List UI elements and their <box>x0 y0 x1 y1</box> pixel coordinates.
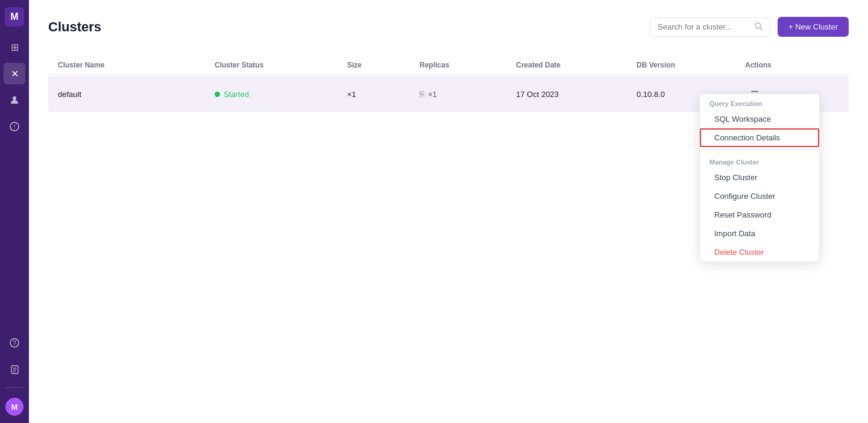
col-replicas: Replicas <box>420 61 516 69</box>
actions-dropdown: Query Execution SQL Workspace Connection… <box>699 93 820 262</box>
col-db-version: DB Version <box>637 61 745 69</box>
svg-point-0 <box>13 96 16 100</box>
col-actions: Actions <box>745 61 817 69</box>
sidebar: M ⊞ ✕ ! ? M <box>0 0 29 423</box>
col-cluster-status: Cluster Status <box>215 61 347 69</box>
search-box <box>650 17 770 37</box>
table-header: Cluster Name Cluster Status Size Replica… <box>48 56 849 75</box>
stop-cluster-item[interactable]: Stop Cluster <box>700 168 819 187</box>
delete-cluster-item[interactable]: Delete Cluster <box>700 243 819 262</box>
import-data-item[interactable]: Import Data <box>700 224 819 243</box>
connection-details-item[interactable]: Connection Details <box>700 128 819 147</box>
sidebar-divider <box>5 387 24 388</box>
app-logo: M <box>5 7 24 27</box>
col-cluster-name: Cluster Name <box>58 61 215 69</box>
clusters-icon[interactable]: ✕ <box>4 63 25 84</box>
size-cell: ×1 <box>347 90 420 99</box>
person-icon[interactable] <box>4 89 25 111</box>
created-date-cell: 17 Oct 2023 <box>516 90 637 99</box>
search-icon <box>755 22 763 32</box>
status-label: Started <box>224 90 249 99</box>
col-size: Size <box>347 61 420 69</box>
status-dot <box>215 92 220 97</box>
section-manage-cluster-label: Manage Cluster <box>700 152 819 168</box>
dropdown-divider <box>700 149 819 150</box>
svg-text:!: ! <box>14 124 16 130</box>
avatar[interactable]: M <box>5 398 24 416</box>
page-header: Clusters + New Cluster <box>48 17 849 37</box>
docs-icon[interactable] <box>4 359 25 380</box>
reset-password-item[interactable]: Reset Password <box>700 205 819 224</box>
new-cluster-button[interactable]: + New Cluster <box>778 17 849 37</box>
cluster-name-cell: default <box>58 90 215 99</box>
grid-icon[interactable]: ⊞ <box>4 36 25 58</box>
main-content: Clusters + New Cluster Cluster Name Clus… <box>29 0 868 423</box>
col-created-date: Created Date <box>516 61 637 69</box>
configure-cluster-item[interactable]: Configure Cluster <box>700 187 819 205</box>
svg-rect-11 <box>751 91 758 92</box>
search-input[interactable] <box>658 22 750 31</box>
replica-icon: ⎘ <box>420 89 424 99</box>
cluster-status-cell: Started <box>215 90 347 99</box>
header-right: + New Cluster <box>650 17 849 37</box>
replicas-value: ×1 <box>428 90 437 99</box>
svg-line-10 <box>760 28 762 30</box>
sql-workspace-item[interactable]: SQL Workspace <box>700 110 819 128</box>
section-query-execution-label: Query Execution <box>700 94 819 110</box>
replicas-cell: ⎘ ×1 <box>420 89 516 99</box>
svg-text:?: ? <box>13 340 16 346</box>
help-icon[interactable]: ? <box>4 332 25 354</box>
alert-icon[interactable]: ! <box>4 116 25 137</box>
page-title: Clusters <box>48 19 101 35</box>
